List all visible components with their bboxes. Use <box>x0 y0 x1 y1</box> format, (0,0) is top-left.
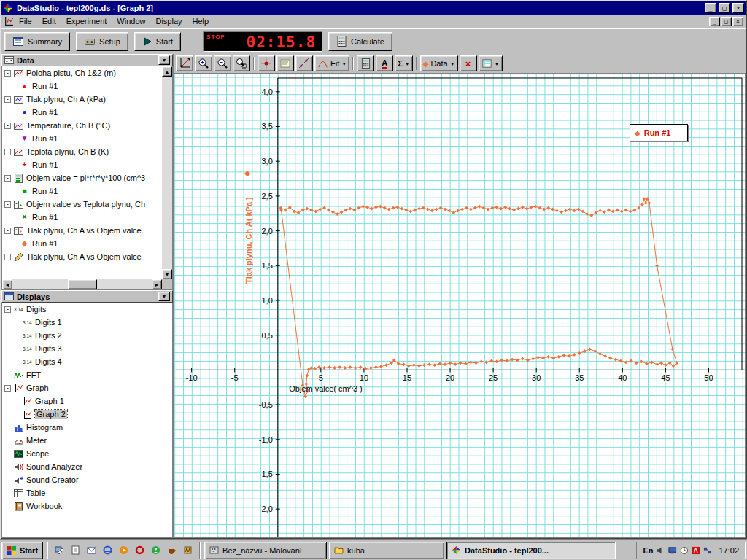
displays-tree-child-item[interactable]: 3.14Digits 4 <box>2 355 172 368</box>
displays-tree-child-item[interactable]: Graph 1 <box>2 394 172 408</box>
displays-tree-item[interactable]: FFT <box>2 368 172 381</box>
data-tree-horizontal-scrollbar[interactable]: ◄ ► <box>2 279 162 289</box>
summary-button[interactable]: Summary <box>4 32 70 51</box>
y-axis-title[interactable]: Tlak plynu, Ch A( kPa ) <box>244 197 253 284</box>
start-button[interactable]: Start <box>134 32 181 51</box>
task-button[interactable]: Bez_názvu - Malování <box>204 542 327 559</box>
collapse-icon[interactable]: - <box>4 306 11 313</box>
internet-explorer-launch-button[interactable] <box>100 542 115 559</box>
display-settings-tray-icon[interactable] <box>668 546 677 555</box>
notepad-launch-button[interactable] <box>68 542 83 559</box>
zoom-out-button[interactable] <box>214 55 231 71</box>
displays-tree-child-item[interactable]: 3.14Digits 1 <box>2 316 172 329</box>
data-tree-item[interactable]: -Tlak plynu, Ch A (kPa) <box>2 93 162 106</box>
setup-button[interactable]: Setup <box>76 32 128 51</box>
fit-menu-button[interactable]: Fit▼ <box>314 55 349 71</box>
collapse-icon[interactable]: - <box>4 175 11 182</box>
run-item[interactable]: ■Run #1 <box>2 184 162 198</box>
displays-panel-menu-button[interactable]: ▼ <box>158 292 170 301</box>
data-tree-item[interactable]: -Teplota plynu, Ch B (K) <box>2 145 162 158</box>
scheduler-tray-icon[interactable] <box>680 546 689 555</box>
legend[interactable]: ◆ Run #1 <box>630 124 688 141</box>
media-player-launch-button[interactable] <box>116 542 131 559</box>
displays-tree-item[interactable]: Meter <box>2 434 172 447</box>
collapse-icon[interactable]: - <box>4 228 11 234</box>
show-desktop-launch-button[interactable] <box>52 542 67 559</box>
collapse-icon[interactable]: - <box>4 385 11 392</box>
data-panel-menu-button[interactable]: ▼ <box>158 55 170 65</box>
opera-launch-button[interactable] <box>132 542 147 559</box>
displays-tree-item[interactable]: Sound Creator <box>2 473 172 486</box>
menu-edit[interactable]: Edit <box>37 15 61 27</box>
displays-tree-child-item[interactable]: Graph 2 <box>2 408 172 421</box>
messenger-launch-button[interactable] <box>148 542 163 559</box>
displays-tree-item[interactable]: Sound Analyzer <box>2 460 172 473</box>
run-item[interactable]: ▼Run #1 <box>2 132 162 145</box>
data-menu-button[interactable]: ◆Data▼ <box>420 55 458 71</box>
graph-calculate-button[interactable] <box>357 55 374 71</box>
menu-display[interactable]: Display <box>150 15 187 27</box>
graph-plot-area[interactable]: -10-551015202530354045504,03,53,02,52,01… <box>174 73 746 538</box>
menu-experiment[interactable]: Experiment <box>61 15 112 27</box>
run-item[interactable]: ×Run #1 <box>2 211 162 224</box>
menu-file[interactable]: File <box>14 15 37 27</box>
displays-tree-child-item[interactable]: 3.14Digits 2 <box>2 329 172 342</box>
displays-tree-item[interactable]: Histogram <box>2 421 172 434</box>
displays-tree-item[interactable]: Scope <box>2 447 172 460</box>
collapse-icon[interactable]: - <box>4 70 11 77</box>
antivirus-tray-icon[interactable]: A <box>692 546 700 555</box>
zoom-select-button[interactable] <box>233 55 250 71</box>
collapse-icon[interactable]: - <box>4 201 11 208</box>
restore-button[interactable]: □ <box>719 3 730 13</box>
data-tree-item[interactable]: -Tlak plynu, Ch A vs Objem valce <box>2 250 162 263</box>
volume-tray-icon[interactable] <box>657 546 665 555</box>
zoom-in-button[interactable] <box>195 55 212 71</box>
data-tree-item[interactable]: -Objem valce = pi*r*r*y*100 (cm^3 <box>2 171 162 184</box>
scrollbar-thumb[interactable] <box>68 279 97 289</box>
close-button[interactable]: × <box>732 3 744 13</box>
displays-tree-item[interactable]: -Graph <box>2 381 172 394</box>
titlebar[interactable]: DataStudio - tepl200g.ds - [Graph 2] _ □… <box>1 1 746 15</box>
start-menu-button[interactable]: Start <box>1 542 43 559</box>
data-tree-item[interactable]: -Objem valce vs Teplota plynu, Ch <box>2 198 162 211</box>
delete-button[interactable]: × <box>460 55 477 71</box>
task-button[interactable]: DataStudio - tepl200... <box>446 542 616 559</box>
run-item[interactable]: +Run #1 <box>2 158 162 171</box>
smart-tool-button[interactable] <box>258 55 275 71</box>
annotation-tool-button[interactable] <box>276 55 294 71</box>
task-button[interactable]: kuba <box>329 542 444 559</box>
x-axis-title[interactable]: Objem valce( cm^3 ) <box>284 384 368 393</box>
menu-window[interactable]: Window <box>112 15 150 27</box>
minimize-button[interactable]: _ <box>705 3 716 13</box>
text-tool-button[interactable]: A <box>376 55 393 71</box>
calculate-button[interactable]: Calculate <box>328 32 392 51</box>
outlook-express-launch-button[interactable] <box>84 542 99 559</box>
collapse-icon[interactable]: - <box>4 122 11 129</box>
scale-to-fit-button[interactable] <box>176 55 193 71</box>
run-item[interactable]: ▲Run #1 <box>2 79 162 93</box>
run-item[interactable]: ◆Run #1 <box>2 237 162 250</box>
data-point-markers[interactable] <box>279 197 679 398</box>
keyboard-layout-indicator[interactable]: En <box>643 546 653 555</box>
displays-tree-item[interactable]: -3.14Digits <box>2 303 172 316</box>
displays-tree-child-item[interactable]: 3.14Digits 3 <box>2 342 172 355</box>
slope-tool-button[interactable] <box>295 55 313 71</box>
collapse-icon[interactable]: - <box>4 149 11 155</box>
scroll-up-icon[interactable]: ▲ <box>162 66 172 77</box>
data-tree-vertical-scrollbar[interactable]: ▲ ▼ <box>162 66 172 279</box>
collapse-icon[interactable]: - <box>4 254 11 260</box>
displays-tree-item[interactable]: Table <box>2 486 172 499</box>
network-tray-icon[interactable] <box>703 546 712 555</box>
graph-settings-button[interactable]: ▼ <box>479 55 503 71</box>
scroll-down-icon[interactable]: ▼ <box>162 269 172 279</box>
java-launch-button[interactable] <box>164 542 179 559</box>
mdi-close-button[interactable]: × <box>732 17 743 26</box>
scroll-left-icon[interactable]: ◄ <box>2 279 12 289</box>
statistics-menu-button[interactable]: Σ▼ <box>395 55 413 71</box>
scroll-right-icon[interactable]: ► <box>152 279 162 289</box>
collapse-icon[interactable]: - <box>4 96 11 103</box>
mdi-restore-button[interactable]: □ <box>721 17 732 26</box>
run-item[interactable]: ●Run #1 <box>2 106 162 119</box>
data-tree-item[interactable]: -Tlak plynu, Ch A vs Objem valce <box>2 224 162 237</box>
displays-tree-item[interactable]: Workbook <box>2 499 172 513</box>
